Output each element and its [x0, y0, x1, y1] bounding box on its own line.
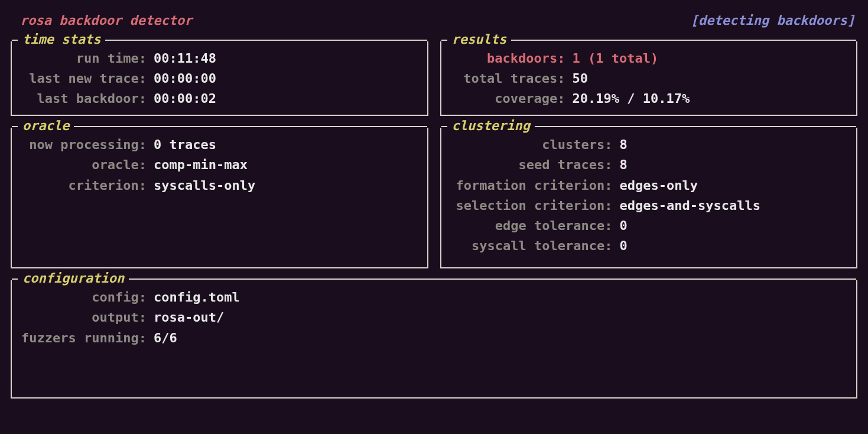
value-fuzzers-running: 6/6	[154, 328, 177, 348]
label-total-traces: total traces:	[448, 69, 573, 89]
row-run-time: run time: 00:11:48	[19, 48, 420, 69]
label-edge-tolerance: edge tolerance:	[448, 216, 620, 236]
label-config: config:	[19, 287, 154, 307]
panel-time-stats: time stats run time: 00:11:48 last new t…	[11, 41, 428, 116]
label-oracle: oracle:	[19, 155, 154, 175]
value-oracle: comp-min-max	[154, 155, 248, 175]
label-output: output:	[19, 307, 154, 328]
panel-clustering: clustering clusters: 8 seed traces: 8 fo…	[440, 128, 858, 268]
panel-title: time stats	[18, 33, 105, 46]
panel-border-top: clustering	[441, 119, 857, 132]
row-coverage: coverage: 20.19% / 10.17%	[448, 89, 850, 109]
value-output: rosa-out/	[154, 307, 224, 328]
value-seed-traces: 8	[620, 155, 628, 175]
label-criterion: criterion:	[19, 176, 154, 196]
value-clusters: 8	[620, 135, 628, 155]
panel-title: oracle	[18, 119, 74, 132]
value-criterion: syscalls-only	[154, 176, 255, 196]
app-title: rosa backdoor detector	[20, 11, 192, 31]
value-now-processing: 0 traces	[154, 135, 216, 155]
row-last-new-trace: last new trace: 00:00:00	[19, 69, 420, 89]
panel-border-top: results	[441, 33, 857, 46]
label-backdoors: backdoors:	[448, 48, 573, 69]
label-last-backdoor: last backdoor:	[19, 89, 154, 109]
label-fuzzers-running: fuzzers running:	[19, 328, 154, 348]
value-last-new-trace: 00:00:00	[154, 69, 216, 89]
row-last-backdoor: last backdoor: 00:00:02	[19, 89, 420, 109]
row-output: output: rosa-out/	[19, 307, 849, 328]
panel-results: results backdoors: 1 (1 total) total tra…	[440, 41, 858, 116]
label-run-time: run time:	[19, 48, 154, 69]
value-formation-criterion: edges-only	[620, 176, 698, 196]
value-backdoors: 1 (1 total)	[573, 48, 659, 69]
main-grid: time stats run time: 00:11:48 last new t…	[8, 34, 860, 399]
value-last-backdoor: 00:00:02	[154, 89, 216, 109]
row-now-processing: now processing: 0 traces	[19, 135, 420, 155]
label-last-new-trace: last new trace:	[19, 69, 154, 89]
header: rosa backdoor detector [detecting backdo…	[8, 11, 860, 34]
value-syscall-tolerance: 0	[620, 236, 628, 256]
row-syscall-tolerance: syscall tolerance: 0	[448, 236, 850, 256]
row-total-traces: total traces: 50	[448, 69, 850, 89]
status-text: [detecting backdoors]	[691, 11, 855, 31]
panel-oracle: oracle now processing: 0 traces oracle: …	[11, 128, 428, 268]
label-syscall-tolerance: syscall tolerance:	[448, 236, 620, 256]
label-seed-traces: seed traces:	[448, 155, 620, 175]
panel-title: results	[447, 33, 512, 46]
label-formation-criterion: formation criterion:	[448, 176, 620, 196]
label-selection-criterion: selection criterion:	[448, 196, 620, 216]
row-criterion: criterion: syscalls-only	[19, 176, 420, 196]
row-backdoors: backdoors: 1 (1 total)	[448, 48, 850, 69]
panel-border-top: configuration	[12, 272, 856, 285]
panel-title: clustering	[447, 119, 535, 132]
value-total-traces: 50	[573, 69, 589, 89]
panel-border-top: oracle	[12, 119, 427, 132]
label-clusters: clusters:	[448, 135, 620, 155]
row-seed-traces: seed traces: 8	[448, 155, 850, 175]
row-config: config: config.toml	[19, 287, 849, 307]
label-now-processing: now processing:	[19, 135, 154, 155]
label-coverage: coverage:	[448, 89, 573, 109]
row-selection-criterion: selection criterion: edges-and-syscalls	[448, 196, 850, 216]
row-oracle: oracle: comp-min-max	[19, 155, 420, 175]
panel-title: configuration	[18, 272, 129, 285]
panel-border-top: time stats	[12, 33, 427, 46]
value-config: config.toml	[154, 287, 240, 307]
value-selection-criterion: edges-and-syscalls	[620, 196, 760, 216]
row-clusters: clusters: 8	[448, 135, 850, 155]
row-formation-criterion: formation criterion: edges-only	[448, 176, 850, 196]
row-fuzzers-running: fuzzers running: 6/6	[19, 328, 849, 348]
value-coverage: 20.19% / 10.17%	[573, 89, 690, 109]
row-edge-tolerance: edge tolerance: 0	[448, 216, 850, 236]
value-run-time: 00:11:48	[154, 48, 216, 69]
panel-configuration: configuration config: config.toml output…	[11, 280, 857, 399]
value-edge-tolerance: 0	[620, 216, 628, 236]
